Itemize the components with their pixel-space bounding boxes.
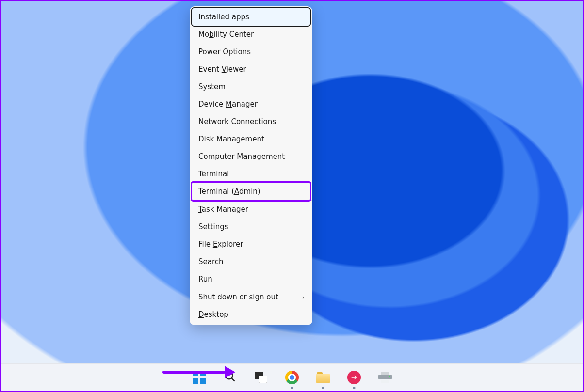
running-indicator-icon: [322, 387, 324, 389]
menu-item-power-options[interactable]: Power Options: [190, 43, 312, 61]
chevron-right-icon: ›: [302, 294, 305, 301]
menu-item-file-explorer[interactable]: File Explorer: [190, 235, 312, 253]
svg-line-1: [232, 378, 235, 381]
sharex-icon: [347, 371, 361, 384]
taskbar: [1, 363, 583, 391]
menu-item-network-connections[interactable]: Network Connections: [190, 113, 312, 130]
running-indicator-icon: [291, 387, 293, 389]
menu-item-device-manager[interactable]: Device Manager: [190, 95, 312, 113]
menu-item-disk-management[interactable]: Disk Management: [190, 130, 312, 148]
menu-item-terminal[interactable]: Terminal: [190, 165, 312, 183]
menu-item-computer-management[interactable]: Computer Management: [190, 148, 312, 165]
start-button[interactable]: [189, 368, 209, 387]
printer-icon: [378, 372, 392, 383]
file-explorer-button[interactable]: [313, 368, 333, 387]
svg-point-0: [226, 372, 232, 379]
folder-icon: [316, 372, 330, 383]
search-button[interactable]: [220, 368, 240, 387]
menu-item-run[interactable]: Run: [190, 270, 312, 288]
menu-item-system[interactable]: System: [190, 78, 312, 95]
sharex-button[interactable]: [344, 368, 364, 387]
search-icon: [224, 370, 236, 385]
windows-start-icon: [193, 371, 206, 384]
running-indicator-icon: [353, 387, 356, 389]
printer-button[interactable]: [375, 368, 395, 387]
task-view-button[interactable]: [251, 368, 271, 387]
chrome-button[interactable]: [282, 368, 302, 387]
menu-item-shut-down-or-sign-out[interactable]: Shut down or sign out›: [190, 288, 312, 306]
menu-item-event-viewer[interactable]: Event Viewer: [190, 61, 312, 78]
chrome-icon: [285, 371, 299, 384]
winx-context-menu: Installed appsMobility CenterPower Optio…: [190, 6, 312, 325]
menu-item-mobility-center[interactable]: Mobility Center: [190, 26, 312, 43]
menu-item-search[interactable]: Search: [190, 253, 312, 270]
menu-item-settings[interactable]: Settings: [190, 218, 312, 235]
desktop-wallpaper[interactable]: Installed appsMobility CenterPower Optio…: [1, 1, 583, 363]
task-view-icon: [255, 372, 267, 383]
menu-item-installed-apps[interactable]: Installed apps: [192, 8, 310, 26]
menu-item-task-manager[interactable]: Task Manager: [190, 201, 312, 218]
menu-item-desktop[interactable]: Desktop: [190, 306, 312, 323]
menu-item-terminal-admin[interactable]: Terminal (Admin): [192, 183, 310, 200]
